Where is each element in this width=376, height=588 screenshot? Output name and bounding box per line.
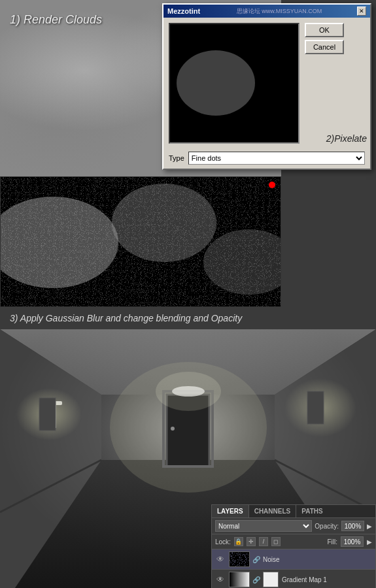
- layer-name-noise: Noise: [263, 556, 372, 563]
- dialog-title: Mezzotint: [167, 7, 200, 15]
- noise-svg: [1, 177, 281, 307]
- opacity-input[interactable]: [341, 521, 364, 531]
- svg-point-14: [171, 427, 175, 431]
- dialog-close-button[interactable]: ✕: [357, 7, 366, 16]
- opacity-arrow[interactable]: ▶: [367, 523, 372, 530]
- svg-point-16: [156, 372, 221, 411]
- type-row: Type Fine dots: [163, 149, 370, 169]
- dialog-titlebar: Mezzotint 思缘论坛 www.MISSYUAN.COM ✕: [163, 5, 370, 18]
- step1-label: 1) Render Clouds: [10, 13, 102, 27]
- step3-label: 3) Apply Gaussian Blur and change blendi…: [10, 313, 242, 323]
- layer-name-gradient: Gradient Map 1: [282, 576, 372, 583]
- layers-panel: LAYERS CHANNELS PATHS Normal Opacity: ▶: [211, 504, 376, 588]
- svg-rect-23: [39, 398, 56, 431]
- tab-paths[interactable]: PATHS: [296, 505, 328, 517]
- step3-section: 3) Apply Gaussian Blur and change blendi…: [0, 307, 376, 329]
- lock-icon-btn[interactable]: 🔒: [234, 537, 243, 546]
- svg-rect-28: [230, 552, 250, 567]
- tab-channels[interactable]: CHANNELS: [249, 505, 297, 517]
- layer-item-gradient[interactable]: 👁 🔗: [212, 570, 375, 588]
- fill-label: Fill:: [327, 538, 337, 546]
- mezzotint-noise-svg: [170, 24, 299, 144]
- blend-mode-select[interactable]: Normal: [215, 520, 312, 532]
- noise-section: [0, 176, 281, 307]
- layer-eye-noise[interactable]: 👁: [215, 554, 226, 564]
- cancel-button[interactable]: Cancel: [305, 40, 344, 54]
- layer-link-gradient: 🔗: [253, 572, 260, 587]
- type-label: Type: [169, 154, 184, 162]
- layer-thumb-gradient: [229, 572, 250, 587]
- tab-layers[interactable]: LAYERS: [212, 505, 249, 517]
- blend-opacity-row: Normal Opacity: ▶: [212, 518, 375, 534]
- dialog-watermark: 思缘论坛 www.MISSYUAN.COM: [237, 7, 322, 16]
- opacity-label: Opacity:: [315, 523, 339, 530]
- bottom-section: LAYERS CHANNELS PATHS Normal Opacity: ▶: [0, 329, 376, 588]
- mezzotint-preview: [169, 23, 299, 144]
- lock-label: Lock:: [215, 538, 231, 546]
- mezzotint-dialog: Mezzotint 思缘论坛 www.MISSYUAN.COM ✕: [162, 3, 371, 170]
- layer-thumb-noise: [229, 551, 250, 567]
- layers-tabs: LAYERS CHANNELS PATHS: [212, 505, 375, 518]
- layer-chain-icon: 🔗: [253, 551, 260, 567]
- lock-fill-row: Lock: 🔒 ✛ / ◻ Fill: ▶: [212, 534, 375, 549]
- layer-item-noise[interactable]: 👁 🔗 Noise: [212, 549, 375, 570]
- ok-button[interactable]: OK: [305, 23, 344, 37]
- layer-eye-gradient[interactable]: 👁: [215, 574, 226, 585]
- svg-point-4: [112, 184, 216, 262]
- fill-arrow[interactable]: ▶: [367, 538, 372, 546]
- layer-mask-gradient: [263, 572, 279, 587]
- paint-icon-btn[interactable]: /: [259, 537, 268, 546]
- svg-point-1: [177, 50, 255, 116]
- red-indicator: [269, 182, 275, 188]
- move-icon-btn[interactable]: ✛: [247, 537, 256, 546]
- step2-label: 2)Pixelate: [326, 133, 367, 144]
- fill-icon-btn[interactable]: ◻: [271, 537, 281, 546]
- svg-rect-24: [307, 391, 324, 424]
- svg-rect-29: [230, 572, 250, 587]
- type-select[interactable]: Fine dots: [188, 152, 365, 165]
- fill-input[interactable]: [341, 536, 364, 547]
